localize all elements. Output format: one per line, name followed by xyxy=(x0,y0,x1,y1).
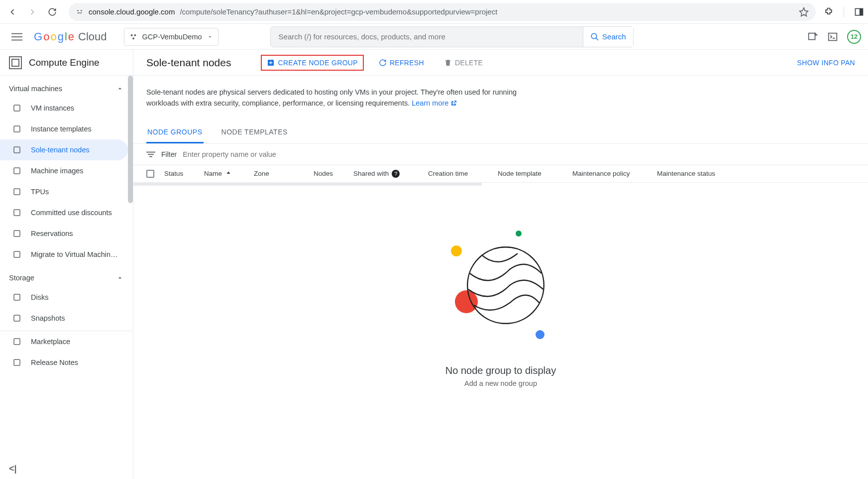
sidebar: Compute Engine Virtual machines VM insta… xyxy=(0,50,133,479)
site-info-icon xyxy=(76,8,84,16)
cloud-shell-icon[interactable] xyxy=(827,31,838,42)
delete-button[interactable]: DELETE xyxy=(439,56,488,70)
column-maintenance-status[interactable]: Maintenance status xyxy=(651,170,736,177)
trash-icon xyxy=(444,59,452,67)
tab-node-templates[interactable]: NODE TEMPLATES xyxy=(220,122,289,143)
section-storage[interactable]: Storage xyxy=(0,265,133,287)
sidebar-scrollbar[interactable] xyxy=(128,76,133,203)
address-bar[interactable]: console.cloud.google.com/compute/soleTen… xyxy=(69,3,816,21)
reload-button[interactable] xyxy=(44,3,61,20)
filter-input[interactable] xyxy=(183,150,855,158)
refresh-button[interactable]: REFRESH xyxy=(374,56,429,70)
column-status[interactable]: Status xyxy=(158,170,198,177)
hamburger-menu[interactable] xyxy=(7,27,27,47)
column-zone[interactable]: Zone xyxy=(248,170,308,177)
sidebar-item-other-1[interactable]: Release Notes xyxy=(0,352,133,373)
sidebar-item-vm-7[interactable]: Migrate to Virtual Machin… xyxy=(0,244,133,265)
global-search[interactable]: Search xyxy=(270,26,634,47)
sidebar-item-storage-1[interactable]: Snapshots xyxy=(0,308,133,329)
svg-rect-28 xyxy=(148,154,154,155)
nav-icon xyxy=(12,313,22,323)
compute-engine-icon xyxy=(9,56,22,69)
filter-bar: Filter xyxy=(133,144,868,165)
google-cloud-logo[interactable]: Google Cloud xyxy=(34,30,107,43)
section-virtual-machines[interactable]: Virtual machines xyxy=(0,76,133,98)
help-icon[interactable]: ? xyxy=(392,170,400,178)
svg-rect-17 xyxy=(14,168,20,174)
empty-subtitle: Add a new node group xyxy=(133,379,868,387)
svg-rect-18 xyxy=(14,189,20,195)
sidebar-item-storage-0[interactable]: Disks xyxy=(0,287,133,308)
sidebar-item-vm-5[interactable]: Committed use discounts xyxy=(0,202,133,223)
page-title: Sole-tenant nodes xyxy=(146,57,231,69)
tab-node-groups[interactable]: NODE GROUPS xyxy=(146,122,204,143)
sidebar-item-vm-1[interactable]: Instance templates xyxy=(0,119,133,139)
svg-rect-13 xyxy=(829,33,837,40)
column-name[interactable]: Name xyxy=(198,170,248,177)
page-action-bar: Sole-tenant nodes CREATE NODE GROUP REFR… xyxy=(133,50,868,76)
svg-point-30 xyxy=(467,247,544,324)
svg-rect-12 xyxy=(809,33,815,39)
url-path: /compute/soleTenancy?authuser=1&hl=en&pr… xyxy=(180,7,497,16)
search-button[interactable]: Search xyxy=(583,27,633,47)
select-all-checkbox[interactable] xyxy=(146,170,154,178)
column-nodes[interactable]: Nodes xyxy=(308,170,347,177)
nav-label: VM instances xyxy=(31,104,74,112)
nav-label: Machine images xyxy=(31,167,84,175)
notifications-badge[interactable]: 12 xyxy=(847,30,861,44)
show-info-panel-button[interactable]: SHOW INFO PAN xyxy=(797,59,855,67)
sidebar-item-vm-0[interactable]: VM instances xyxy=(0,98,133,119)
sidebar-item-vm-6[interactable]: Reservations xyxy=(0,223,133,244)
extensions-icon[interactable] xyxy=(824,7,834,17)
browser-toolbar: console.cloud.google.com/compute/soleTen… xyxy=(0,0,868,24)
forward-button[interactable] xyxy=(24,3,41,20)
svg-point-0 xyxy=(77,10,79,11)
svg-rect-4 xyxy=(860,8,863,15)
filter-label: Filter xyxy=(161,150,177,158)
project-icon xyxy=(129,33,137,41)
collapse-sidebar-button[interactable]: <| xyxy=(9,464,17,474)
svg-rect-25 xyxy=(14,359,20,365)
column-node-template[interactable]: Node template xyxy=(492,170,566,177)
console-header: Google Cloud GCP-VembuDemo Search 12 xyxy=(0,24,868,50)
column-shared-with[interactable]: Shared with ? xyxy=(347,170,422,178)
sidebar-item-other-0[interactable]: Marketplace xyxy=(0,331,133,352)
external-link-icon xyxy=(450,100,457,107)
product-heading[interactable]: Compute Engine xyxy=(0,50,133,76)
svg-point-10 xyxy=(132,37,134,39)
search-input[interactable] xyxy=(271,27,583,47)
nav-label: Release Notes xyxy=(31,359,78,366)
side-panel-icon[interactable] xyxy=(854,7,864,17)
sidebar-item-vm-2[interactable]: Sole-tenant nodes xyxy=(0,139,128,160)
chevron-up-icon xyxy=(116,85,124,93)
column-maintenance-policy[interactable]: Maintenance policy xyxy=(566,170,651,177)
filter-icon xyxy=(146,150,155,159)
nav-label: Committed use discounts xyxy=(31,209,112,217)
nav-label: Reservations xyxy=(31,230,73,238)
nav-label: Sole-tenant nodes xyxy=(31,146,90,154)
refresh-icon xyxy=(379,59,387,67)
project-picker[interactable]: GCP-VembuDemo xyxy=(124,28,218,46)
svg-rect-29 xyxy=(149,156,152,157)
nav-icon xyxy=(12,358,22,367)
send-feedback-icon[interactable] xyxy=(807,31,818,42)
nav-icon xyxy=(12,208,22,218)
svg-rect-5 xyxy=(11,33,22,34)
back-button[interactable] xyxy=(4,3,21,20)
svg-rect-22 xyxy=(14,294,20,300)
star-icon[interactable] xyxy=(799,7,809,17)
nav-icon xyxy=(12,145,22,155)
sidebar-item-vm-4[interactable]: TPUs xyxy=(0,181,133,202)
svg-rect-23 xyxy=(14,315,20,321)
create-node-group-button[interactable]: CREATE NODE GROUP xyxy=(261,55,363,71)
svg-point-1 xyxy=(81,10,82,11)
learn-more-link[interactable]: Learn more xyxy=(412,99,457,107)
nav-icon xyxy=(12,166,22,176)
svg-rect-16 xyxy=(14,147,20,153)
svg-point-9 xyxy=(134,34,136,36)
project-name: GCP-VembuDemo xyxy=(142,33,202,41)
sidebar-item-vm-3[interactable]: Machine images xyxy=(0,160,133,181)
nav-label: Marketplace xyxy=(31,338,70,346)
svg-rect-24 xyxy=(14,339,20,345)
column-creation-time[interactable]: Creation time xyxy=(422,170,492,177)
